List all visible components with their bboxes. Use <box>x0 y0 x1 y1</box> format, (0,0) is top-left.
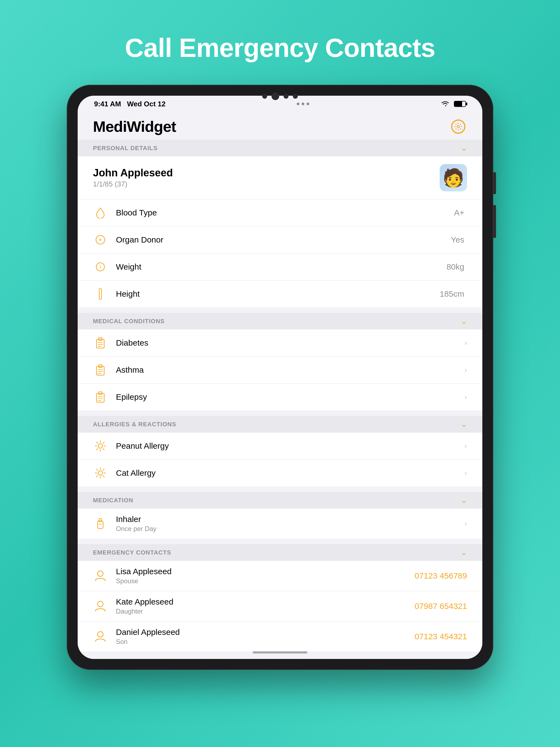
svg-point-21 <box>98 444 103 448</box>
contact-lisa-row[interactable]: Lisa Appleseed Spouse 07123 456789 <box>78 561 482 591</box>
battery-fill <box>455 101 462 106</box>
organ-donor-row: + Organ Donor Yes <box>78 226 482 254</box>
svg-line-38 <box>97 476 98 477</box>
height-row: Height 185cm <box>78 281 482 307</box>
epilepsy-label: Epilepsy <box>116 392 464 402</box>
spacer-3 <box>78 486 482 492</box>
allergies-label: ALLERGIES & REACTIONS <box>93 421 176 428</box>
avatar: 🧑 <box>440 164 467 191</box>
volume-button <box>493 205 496 238</box>
contact-kate-info: Kate Appleseed Daughter <box>116 597 414 615</box>
medical-conditions-chevron[interactable]: ⌄ <box>461 317 467 326</box>
medical-conditions-section: Diabetes › Asthma › <box>78 330 482 410</box>
asthma-row[interactable]: Asthma › <box>78 357 482 384</box>
peanut-allergy-row[interactable]: Peanut Allergy › <box>78 433 482 460</box>
contact-kate-phone[interactable]: 07987 654321 <box>414 601 467 611</box>
personal-details-section: John Appleseed 1/1/85 (37) 🧑 <box>78 156 482 307</box>
person-dob: 1/1/85 (37) <box>93 180 173 188</box>
asthma-chevron: › <box>464 366 467 374</box>
epilepsy-chevron: › <box>464 393 467 402</box>
height-value: 185cm <box>440 289 464 299</box>
svg-point-44 <box>98 632 103 637</box>
svg-point-43 <box>98 601 103 607</box>
battery-tip <box>466 103 467 105</box>
blood-type-value: A+ <box>454 208 464 217</box>
height-icon <box>93 287 108 301</box>
home-indicator <box>253 651 307 653</box>
svg-line-35 <box>97 469 98 470</box>
contact-daniel-row[interactable]: Daniel Appleseed Son 07123 454321 <box>78 621 482 651</box>
peanut-allergy-chevron: › <box>464 442 467 450</box>
inhaler-icon <box>93 516 108 531</box>
peanut-allergy-label: Peanut Allergy <box>116 441 464 450</box>
camera-dot-1 <box>262 94 267 99</box>
contact-daniel-relation: Son <box>116 638 414 646</box>
dot-1 <box>297 103 299 105</box>
contact-lisa-icon <box>93 568 108 583</box>
emergency-contacts-section: Lisa Appleseed Spouse 07123 456789 Kat <box>78 561 482 651</box>
medication-label: MEDICATION <box>93 497 133 504</box>
contact-kate-icon <box>93 599 108 614</box>
app-content[interactable]: MediWidget PERSONAL DETAILS ⌄ <box>78 112 482 659</box>
epilepsy-row[interactable]: Epilepsy › <box>78 384 482 410</box>
personal-details-header: PERSONAL DETAILS ⌄ <box>78 140 482 156</box>
organ-donor-icon: + <box>93 232 108 247</box>
peanut-allergy-icon <box>93 439 108 453</box>
svg-rect-5 <box>99 288 101 300</box>
diabetes-row[interactable]: Diabetes › <box>78 330 482 357</box>
weight-row: i Weight 80kg <box>78 254 482 281</box>
status-icons <box>440 100 466 107</box>
settings-button[interactable] <box>450 118 467 135</box>
contact-daniel-name: Daniel Appleseed <box>116 627 414 637</box>
svg-point-42 <box>98 571 103 576</box>
allergies-chevron[interactable]: ⌄ <box>461 420 467 429</box>
inhaler-chevron: › <box>464 519 467 528</box>
svg-line-28 <box>103 442 104 443</box>
emergency-contacts-header: EMERGENCY CONTACTS ⌄ <box>78 544 482 561</box>
camera-dot-3 <box>293 94 298 99</box>
cat-allergy-row[interactable]: Cat Allergy › <box>78 460 482 486</box>
app-title: MediWidget <box>93 118 176 135</box>
svg-line-36 <box>103 476 104 477</box>
contact-daniel-phone[interactable]: 07123 454321 <box>414 632 467 641</box>
spacer-4 <box>78 539 482 544</box>
dot-3 <box>307 103 309 105</box>
contact-daniel-info: Daniel Appleseed Son <box>116 627 414 646</box>
svg-point-30 <box>98 471 103 475</box>
contact-kate-row[interactable]: Kate Appleseed Daughter 07987 654321 <box>78 591 482 621</box>
app-header: MediWidget <box>78 112 482 140</box>
personal-details-chevron[interactable]: ⌄ <box>461 144 467 153</box>
ipad-screen: 9:41 AM Wed Oct 12 <box>78 96 482 659</box>
cat-allergy-label: Cat Allergy <box>116 468 464 478</box>
height-label: Height <box>116 289 440 299</box>
diabetes-icon <box>93 335 108 350</box>
contact-lisa-phone[interactable]: 07123 456789 <box>414 571 467 581</box>
ipad-device: 9:41 AM Wed Oct 12 <box>67 85 493 670</box>
emergency-contacts-label: EMERGENCY CONTACTS <box>93 549 171 556</box>
svg-line-37 <box>103 469 104 470</box>
camera-area <box>262 93 298 100</box>
contact-lisa-name: Lisa Appleseed <box>116 567 414 576</box>
inhaler-row[interactable]: Inhaler Once per Day › <box>78 509 482 539</box>
status-dots <box>297 103 309 105</box>
svg-point-0 <box>457 126 459 128</box>
battery-icon <box>454 101 466 107</box>
cat-allergy-chevron: › <box>464 469 467 478</box>
medication-chevron[interactable]: ⌄ <box>461 496 467 505</box>
asthma-icon <box>93 363 108 377</box>
allergies-header: ALLERGIES & REACTIONS ⌄ <box>78 416 482 433</box>
settings-icon[interactable] <box>451 120 465 134</box>
svg-rect-39 <box>98 521 103 529</box>
asthma-label: Asthma <box>116 365 464 375</box>
contact-lisa-info: Lisa Appleseed Spouse <box>116 567 414 585</box>
emergency-contacts-chevron[interactable]: ⌄ <box>461 548 467 557</box>
person-info: John Appleseed 1/1/85 (37) <box>93 167 173 188</box>
organ-donor-label: Organ Donor <box>116 235 451 244</box>
person-name: John Appleseed <box>93 167 173 179</box>
dot-2 <box>302 103 304 105</box>
spacer-2 <box>78 410 482 416</box>
weight-icon: i <box>93 259 108 274</box>
svg-line-27 <box>103 449 104 450</box>
page-heading: Call Emergency Contacts <box>125 33 435 63</box>
diabetes-label: Diabetes <box>116 338 464 347</box>
